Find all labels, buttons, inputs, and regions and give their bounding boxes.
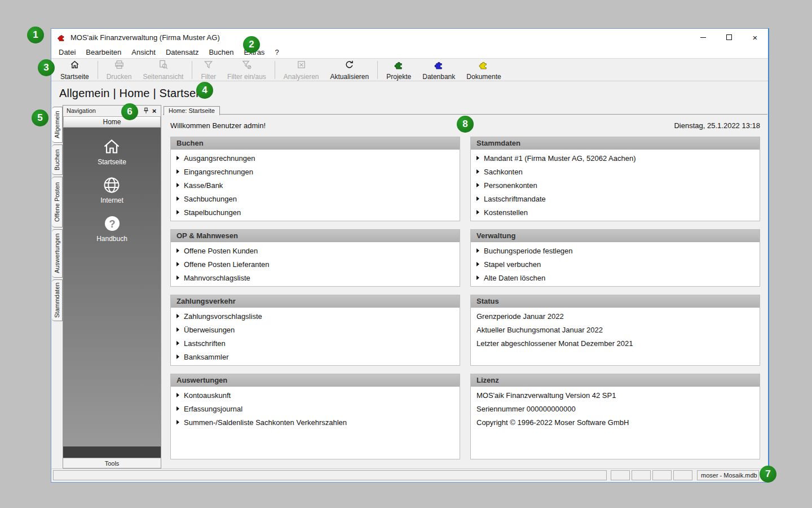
arrow-icon	[176, 327, 179, 332]
menu-bar: Datei Bearbeiten Ansicht Datensatz Buche…	[51, 46, 768, 58]
toolbar-separator	[275, 61, 275, 79]
tab-buchen[interactable]: Buchen	[52, 144, 63, 175]
dokumente-button[interactable]: Dokumente	[461, 59, 506, 81]
content-tabrow: Home: Startseite	[163, 105, 767, 114]
link-sachbuchungen[interactable]: Sachbuchungen	[171, 192, 460, 205]
annotation-marker-5: 5	[32, 110, 48, 126]
link-offene-posten-kunden[interactable]: Offene Posten Kunden	[171, 244, 460, 257]
nav-item-internet[interactable]: Internet	[100, 176, 123, 204]
window-controls: ×	[690, 29, 768, 46]
link-kontoauskunft[interactable]: Kontoauskunft	[171, 388, 460, 402]
section-title: OP & Mahnwesen	[171, 230, 460, 242]
link-zahlungsvorschlagsliste[interactable]: Zahlungsvorschlagsliste	[171, 309, 460, 323]
menu-ansicht[interactable]: Ansicht	[126, 48, 161, 56]
arrow-icon	[176, 406, 179, 411]
arrow-icon	[176, 248, 179, 253]
link-sachkonten[interactable]: Sachkonten	[471, 165, 760, 178]
navigation-header: Navigation ×	[63, 106, 161, 116]
link-personenkonten[interactable]: Personenkonten	[471, 178, 760, 192]
link-stapelbuchungen[interactable]: Stapelbuchungen	[171, 205, 460, 219]
link-alte-daten-loeschen[interactable]: Alte Daten löschen	[471, 271, 760, 284]
globe-icon	[102, 176, 122, 195]
arrow-icon	[176, 196, 179, 201]
datenbank-button[interactable]: Datenbank	[417, 59, 461, 81]
filter-button[interactable]: Filter	[195, 59, 222, 81]
link-kostenstellen[interactable]: Kostenstellen	[471, 205, 760, 219]
arrow-icon	[176, 156, 179, 160]
menu-buchen[interactable]: Buchen	[204, 48, 239, 56]
app-window: MOS'aik Finanzverwaltung (Firma Muster A…	[51, 28, 769, 483]
page-preview-icon	[158, 59, 169, 72]
link-mandant[interactable]: Mandant #1 (Firma Muster AG, 52062 Aache…	[471, 151, 760, 165]
status-abgeschlossener-monat: Letzter abgeschlossener Monat Dezember 2…	[471, 336, 760, 350]
menu-datensatz[interactable]: Datensatz	[161, 48, 204, 56]
menu-datei[interactable]: Datei	[54, 48, 81, 56]
link-erfassungsjournal[interactable]: Erfassungsjournal	[171, 402, 460, 415]
link-lastschriftmandate[interactable]: Lastschriftmandate	[471, 192, 760, 205]
annotation-marker-3: 3	[38, 59, 55, 76]
pin-icon	[143, 107, 149, 114]
arrow-icon	[176, 275, 179, 280]
nav-tools-button[interactable]: Tools	[63, 458, 161, 468]
link-stapel-verbuchen[interactable]: Stapel verbuchen	[471, 257, 760, 271]
analyze-icon	[296, 59, 307, 72]
nav-item-handbuch[interactable]: ? Handbuch	[96, 214, 127, 243]
drucken-button[interactable]: Drucken	[101, 59, 138, 81]
analysieren-button[interactable]: Analysieren	[278, 59, 325, 81]
navigation-close-button[interactable]: ×	[150, 107, 158, 115]
content-tab-home-startseite[interactable]: Home: Startseite	[164, 106, 220, 115]
arrow-icon	[176, 210, 179, 214]
link-buchungsperiode-festlegen[interactable]: Buchungsperiode festlegen	[471, 244, 760, 257]
annotation-marker-7: 7	[760, 466, 776, 483]
link-kasse-bank[interactable]: Kasse/Bank	[171, 178, 460, 192]
link-banksammler[interactable]: Banksammler	[171, 350, 460, 364]
printer-icon	[114, 59, 125, 72]
maximize-icon	[726, 34, 732, 40]
minimize-button[interactable]	[690, 29, 716, 46]
svg-text:?: ?	[109, 218, 115, 230]
nav-item-startseite[interactable]: Startseite	[98, 137, 126, 166]
menu-help[interactable]: ?	[270, 48, 284, 56]
statusbar-message-cell	[53, 470, 607, 480]
section-verwaltung: Verwaltung Buchungsperiode festlegen Sta…	[470, 229, 760, 287]
menu-bearbeiten[interactable]: Bearbeiten	[81, 48, 126, 56]
tab-allgemein[interactable]: Allgemein	[52, 107, 63, 143]
section-zahlungsverkehr: Zahlungsverkehr Zahlungsvorschlagsliste …	[170, 295, 460, 366]
tab-offene-posten[interactable]: Offene Posten	[52, 177, 63, 227]
startseite-button[interactable]: Startseite	[55, 59, 95, 81]
arrow-icon	[476, 169, 479, 174]
tab-auswertungen[interactable]: Auswertungen	[52, 229, 63, 278]
puzzle-icon-yellow	[478, 59, 489, 72]
aktualisieren-button[interactable]: Aktualisieren	[325, 59, 375, 81]
link-summen-saldenliste[interactable]: Summen-/Saldenliste Sachkonten Verkehrsz…	[171, 415, 460, 429]
tab-stammdaten[interactable]: Stammdaten	[52, 279, 63, 321]
nav-group-home[interactable]: Home	[63, 116, 161, 128]
link-eingangsrechnungen[interactable]: Eingangsrechnungen	[171, 165, 460, 178]
red-puzzle-icon	[57, 33, 66, 42]
seitenansicht-button[interactable]: Seitenansicht	[137, 59, 189, 81]
arrow-icon	[476, 248, 479, 253]
close-button[interactable]: ×	[742, 29, 768, 46]
section-stammdaten: Stammdaten Mandant #1 (Firma Muster AG, …	[470, 137, 760, 221]
link-ausgangsrechnungen[interactable]: Ausgangsrechnungen	[171, 151, 460, 165]
datetime-text: Dienstag, 25.1.2022 13:18	[674, 121, 760, 130]
link-mahnvorschlagsliste[interactable]: Mahnvorschlagsliste	[171, 271, 460, 284]
arrow-icon	[176, 314, 179, 318]
link-ueberweisungen[interactable]: Überweisungen	[171, 323, 460, 336]
status-grenzperiode: Grenzperiode Januar 2022	[471, 309, 760, 323]
section-title: Zahlungsverkehr	[171, 295, 460, 308]
section-op-mahnwesen: OP & Mahnwesen Offene Posten Kunden Offe…	[170, 229, 460, 287]
annotation-marker-6: 6	[121, 103, 138, 120]
projekte-button[interactable]: Projekte	[381, 59, 417, 81]
filter-toggle-button[interactable]: Filter ein/aus	[222, 59, 272, 81]
arrow-icon	[476, 156, 479, 160]
link-offene-posten-lieferanten[interactable]: Offene Posten Lieferanten	[171, 257, 460, 271]
link-lastschriften[interactable]: Lastschriften	[171, 336, 460, 350]
lizenz-seriennummer: Seriennummer 000000000000	[471, 402, 760, 415]
screenshot-stage: MOS'aik Finanzverwaltung (Firma Muster A…	[0, 0, 812, 508]
breadcrumb-bar: Allgemein | Home | Startseite	[51, 81, 768, 105]
window-body: Allgemein Buchen Offene Posten Auswertun…	[51, 105, 768, 468]
maximize-button[interactable]	[716, 29, 742, 46]
section-title: Lizenz	[471, 374, 760, 387]
pin-button[interactable]	[142, 107, 150, 115]
